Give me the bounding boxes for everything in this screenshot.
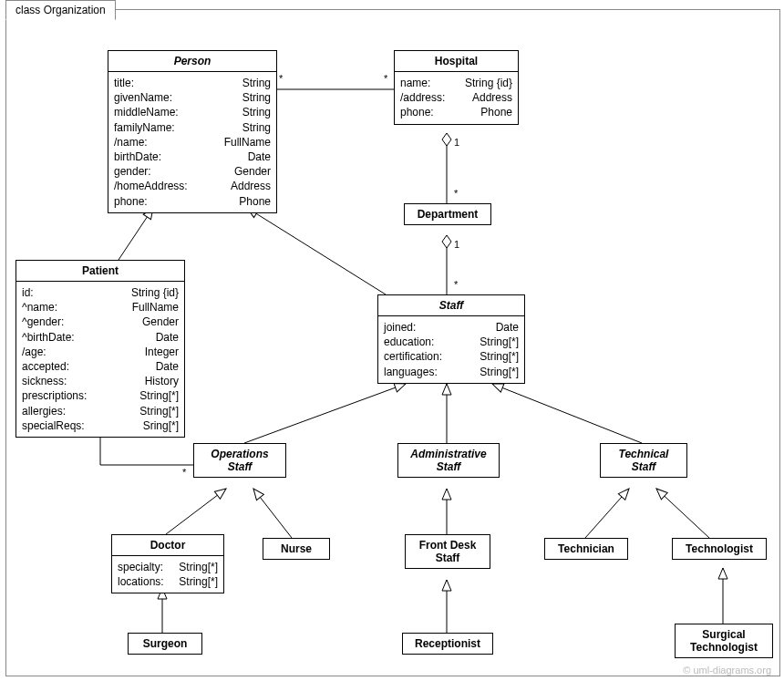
class-front-desk-staff: Front Desk Staff bbox=[405, 534, 490, 569]
attribute-row: locations:String[*] bbox=[118, 574, 218, 589]
class-doctor-attrs: specialty:String[*]locations:String[*] bbox=[112, 556, 223, 593]
mult-dept-staff-1: 1 bbox=[454, 239, 459, 250]
class-nurse-title: Nurse bbox=[263, 539, 329, 559]
class-receptionist-title: Receptionist bbox=[403, 634, 492, 654]
frame-title: class Organization bbox=[5, 0, 116, 20]
attribute-row: joined:Date bbox=[384, 320, 519, 335]
mult-hosp-dept-1: 1 bbox=[454, 137, 459, 148]
attribute-row: allergies:String[*] bbox=[22, 404, 179, 418]
attribute-row: title:String bbox=[114, 76, 271, 90]
attribute-row: prescriptions:String[*] bbox=[22, 388, 179, 403]
watermark: © uml-diagrams.org bbox=[683, 665, 771, 676]
mult-person-hospital-right: * bbox=[384, 73, 387, 84]
class-nurse: Nurse bbox=[263, 538, 330, 560]
class-patient-attrs: id:String {id}^name:FullName^gender:Gend… bbox=[16, 282, 184, 437]
class-administrative-staff-title: Administrative Staff bbox=[398, 444, 499, 477]
mult-hosp-dept-star: * bbox=[454, 188, 458, 199]
class-hospital-title: Hospital bbox=[395, 51, 518, 72]
attribute-row: accepted:Date bbox=[22, 359, 179, 374]
class-surgical-technologist-title: Surgical Technologist bbox=[676, 624, 772, 657]
class-technical-staff: Technical Staff bbox=[600, 443, 687, 478]
class-staff-attrs: joined:Dateeducation:String[*]certificat… bbox=[378, 316, 524, 383]
class-administrative-staff: Administrative Staff bbox=[397, 443, 500, 478]
class-patient: Patient id:String {id}^name:FullName^gen… bbox=[15, 260, 185, 438]
attribute-row: gender:Gender bbox=[114, 164, 271, 179]
class-doctor-title: Doctor bbox=[112, 535, 223, 556]
class-surgical-technologist: Surgical Technologist bbox=[675, 624, 773, 658]
attribute-row: name:String {id} bbox=[400, 76, 512, 90]
class-patient-title: Patient bbox=[16, 261, 184, 282]
attribute-row: phone:Phone bbox=[400, 105, 512, 119]
mult-dept-staff-star: * bbox=[454, 279, 458, 290]
attribute-row: birthDate:Date bbox=[114, 150, 271, 164]
attribute-row: ^gender:Gender bbox=[22, 315, 179, 329]
attribute-row: ^birthDate:Date bbox=[22, 330, 179, 345]
attribute-row: givenName:String bbox=[114, 90, 271, 105]
class-technical-staff-title: Technical Staff bbox=[601, 444, 686, 477]
attribute-row: middleName:String bbox=[114, 105, 271, 119]
class-person-attrs: title:StringgivenName:StringmiddleName:S… bbox=[108, 72, 276, 212]
class-doctor: Doctor specialty:String[*]locations:Stri… bbox=[111, 534, 224, 593]
attribute-row: phone:Phone bbox=[114, 194, 271, 209]
attribute-row: /homeAddress:Address bbox=[114, 179, 271, 193]
class-surgeon: Surgeon bbox=[128, 633, 202, 655]
attribute-row: id:String {id} bbox=[22, 285, 179, 300]
class-technician: Technician bbox=[544, 538, 628, 560]
class-hospital-attrs: name:String {id}/address:Addressphone:Ph… bbox=[395, 72, 518, 124]
class-operations-staff-title: Operations Staff bbox=[194, 444, 285, 477]
class-department-title: Department bbox=[405, 204, 490, 224]
class-front-desk-staff-title: Front Desk Staff bbox=[406, 535, 490, 568]
class-operations-staff: Operations Staff bbox=[193, 443, 286, 478]
class-hospital: Hospital name:String {id}/address:Addres… bbox=[394, 50, 519, 125]
class-technician-title: Technician bbox=[545, 539, 627, 559]
class-person: Person title:StringgivenName:Stringmiddl… bbox=[108, 50, 277, 213]
class-receptionist: Receptionist bbox=[402, 633, 493, 655]
attribute-row: certification:String[*] bbox=[384, 349, 519, 364]
attribute-row: /name:FullName bbox=[114, 135, 271, 150]
attribute-row: sickness:History bbox=[22, 374, 179, 388]
class-technologist-title: Technologist bbox=[673, 539, 766, 559]
mult-person-hospital-left: * bbox=[279, 73, 283, 84]
attribute-row: ^name:FullName bbox=[22, 300, 179, 315]
attribute-row: /address:Address bbox=[400, 90, 512, 105]
mult-patient-ops-right: * bbox=[182, 467, 186, 478]
class-surgeon-title: Surgeon bbox=[129, 634, 201, 654]
class-staff-title: Staff bbox=[378, 295, 524, 316]
class-person-title: Person bbox=[108, 51, 276, 72]
class-technologist: Technologist bbox=[672, 538, 767, 560]
class-department: Department bbox=[404, 203, 491, 225]
attribute-row: specialReqs:Sring[*] bbox=[22, 418, 179, 433]
class-staff: Staff joined:Dateeducation:String[*]cert… bbox=[377, 294, 525, 384]
attribute-row: languages:String[*] bbox=[384, 365, 519, 379]
attribute-row: familyName:String bbox=[114, 120, 271, 135]
attribute-row: education:String[*] bbox=[384, 335, 519, 349]
attribute-row: /age:Integer bbox=[22, 345, 179, 359]
attribute-row: specialty:String[*] bbox=[118, 560, 218, 574]
